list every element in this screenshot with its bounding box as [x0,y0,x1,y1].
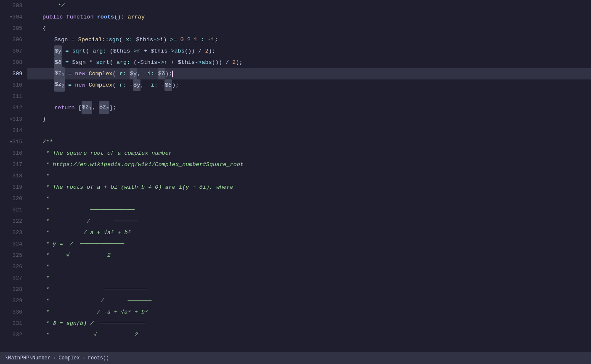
code-content[interactable]: */ public function roots(): array { $sgn… [27,0,591,352]
code-line-331: * δ = sgn(b) / ───────────── [27,318,591,329]
line-313: ▾313 [0,113,22,125]
line-311: 311 [0,91,22,102]
line-330: 330 [0,306,22,318]
code-line-323: * / a + √a² + b² [27,227,591,238]
code-line-311 [27,91,591,102]
code-line-330: * / -a + √a² + b² [27,306,591,318]
code-line-329: * / ─────── [27,295,591,306]
fold-304[interactable]: ▾ [6,12,13,23]
code-line-332: * √ 2 [27,329,591,340]
line-329: 329 [0,295,22,306]
code-line-306: $sgn = Special::sgn( x: $this->i) >= 0 ?… [27,34,591,45]
status-bar: \MathPHP\Number › Complex › roots() [0,352,591,364]
line-327: 327 [0,272,22,284]
code-line-327: * [27,272,591,284]
breadcrumb: \MathPHP\Number › Complex › roots() [5,353,109,364]
line-332: 332 [0,329,22,340]
breadcrumb-path: \MathPHP\Number [5,353,50,364]
line-310: 310 [0,79,22,91]
breadcrumb-sep-2: › [82,353,85,364]
code-line-304: public function roots(): array [27,11,591,23]
line-323: 323 [0,227,22,238]
code-line-303: */ [27,0,591,11]
code-line-320: * [27,193,591,204]
breadcrumb-sep-1: › [53,353,56,364]
line-303: 303 [0,0,22,11]
code-line-322: * / ─────── [27,216,591,227]
line-331: 331 [0,318,22,329]
code-line-309: $z1 = new Complex( r: $y, i: $δ); [27,68,591,79]
line-320: 320 [0,193,22,204]
code-line-326: * [27,261,591,272]
code-line-307: $y = sqrt( arg: ($this->r + $this->abs()… [27,45,591,57]
breadcrumb-class: Complex [58,353,80,364]
line-321: 321 [0,204,22,216]
line-number-gutter: 303 ▾304 305 306 307 308 309 310 311 312… [0,0,27,352]
line-304: ▾304 [0,11,22,23]
code-line-312: return [$z1, $z2]; [27,102,591,113]
line-315: ▾315 [0,136,22,148]
line-325: 325 [0,250,22,261]
line-314: 314 [0,125,22,136]
line-309: 309 [0,68,22,79]
line-318: 318 [0,170,22,182]
line-316: 316 [0,148,22,159]
line-307: 307 [0,45,22,57]
code-line-310: $z2 = new Complex( r: -$y, i: -$δ); [27,79,591,91]
line-308: 308 [0,57,22,68]
code-line-317: * https://en.wikipedia.org/wiki/Complex_… [27,159,591,170]
line-317: 317 [0,159,22,170]
code-line-321: * ───────────── [27,204,591,216]
line-319: 319 [0,182,22,193]
line-326: 326 [0,261,22,272]
code-line-324: * γ = / ───────────── [27,238,591,250]
code-line-305: { [27,23,591,34]
code-line-313: } [27,113,591,125]
code-line-314 [27,125,591,136]
line-312: 312 [0,102,22,113]
fold-315[interactable]: ▾ [6,137,13,148]
code-line-325: * √ 2 [27,250,591,261]
line-322: 322 [0,216,22,227]
breadcrumb-method: roots() [88,353,109,364]
code-line-319: * The roots of a + bi (with b ≠ 0) are ±… [27,182,591,193]
line-324: 324 [0,238,22,250]
line-306: 306 [0,34,22,45]
code-line-308: $δ = $sgn * sqrt( arg: (-$this->r + $thi… [27,57,591,68]
code-line-328: * ───────────── [27,284,591,295]
line-328: 328 [0,284,22,295]
code-line-316: * The square root of a complex number [27,148,591,159]
code-line-318: * [27,170,591,182]
fold-313[interactable]: ▾ [6,114,13,125]
code-line-315: /** [27,136,591,148]
line-305: 305 [0,23,22,34]
editor-area: 303 ▾304 305 306 307 308 309 310 311 312… [0,0,591,352]
